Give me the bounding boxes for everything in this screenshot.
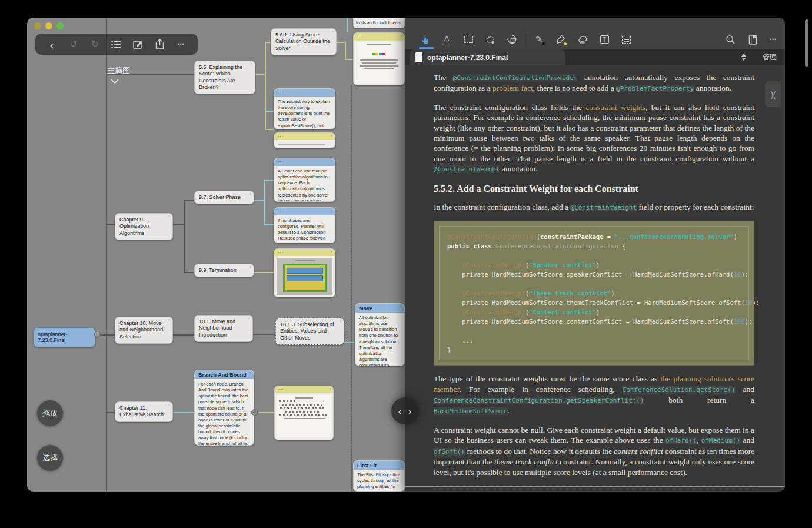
mindmap-node-10-1[interactable]: 10.1. Move and Neighborhood Introduction	[194, 315, 253, 342]
search-icon[interactable]	[723, 33, 738, 46]
more-icon[interactable]: •••	[174, 37, 188, 51]
mindmap-root-node[interactable]: optaplanner-7.23.0.Final	[34, 327, 95, 347]
eraser-tool-icon[interactable]	[575, 33, 590, 46]
mindmap-card-easiest-way[interactable]: The easiest way to explain the score dur…	[274, 88, 335, 129]
text-select-tool-icon[interactable]: A	[439, 33, 454, 46]
doc-paragraph: In the constraint configuration class, a…	[434, 202, 754, 212]
document-tab[interactable]: optaplanner-7.23.0.Final	[410, 49, 565, 65]
highlighter-color-dot	[564, 42, 567, 45]
document-text-column: The @ConstraintConfigurationProvider ann…	[434, 72, 754, 492]
more-icon[interactable]: •••	[766, 33, 781, 46]
connector-line	[184, 272, 194, 273]
mindmap-card-no-phases[interactable]: If no phases are configured, Planner wil…	[274, 207, 335, 243]
drag-drop-button[interactable]: 拖放	[37, 400, 63, 426]
scrollbar-thumb[interactable]	[805, 19, 808, 67]
bookmark-book-icon[interactable]	[745, 33, 760, 46]
outline-list-icon[interactable]	[109, 37, 124, 51]
undo-icon[interactable]: ↺	[66, 37, 81, 51]
doc-paragraph: The @ConstraintConfigurationProvider ann…	[434, 72, 754, 94]
zoom-button[interactable]	[56, 22, 64, 29]
collapse-node-icon[interactable]: −	[251, 409, 258, 416]
expand-arrow-icon[interactable]	[249, 370, 251, 376]
note-frame-tool-icon[interactable]	[618, 33, 634, 46]
expand-arrow-icon[interactable]	[332, 29, 334, 35]
document-toolbar: A ✎ T	[405, 18, 785, 49]
expand-arrow-icon[interactable]	[168, 214, 170, 220]
document-pane: A ✎ T	[405, 18, 785, 492]
expand-arrow-icon[interactable]	[331, 133, 332, 138]
back-icon[interactable]: ‹	[45, 37, 59, 51]
mindmap-card-code-excerpt[interactable]	[274, 132, 335, 148]
expand-arrow-icon[interactable]	[331, 89, 332, 94]
minimize-button[interactable]	[45, 22, 52, 29]
page-number: 160	[434, 490, 754, 492]
expand-arrow-icon[interactable]	[168, 317, 170, 323]
expand-arrow-icon[interactable]	[400, 33, 402, 38]
score-visualization-thumbnail	[355, 42, 402, 84]
connector-line	[254, 272, 274, 273]
mindmap-node-10-1-3[interactable]: 10.1.3. Subselecting of Entities, Values…	[275, 318, 344, 345]
manage-button[interactable]: 管理	[763, 52, 777, 62]
expand-arrow-icon[interactable]	[331, 249, 332, 254]
mindmap-node-9-9[interactable]: 9.9. Termination	[194, 264, 254, 277]
connector-line	[106, 412, 115, 413]
connector-line	[264, 224, 274, 225]
mindmap-card-depth-first-image[interactable]	[274, 386, 334, 440]
connector-line	[106, 224, 115, 225]
connector-line	[184, 200, 194, 201]
expand-arrow-icon[interactable]	[331, 208, 332, 213]
pen-color-dot	[542, 42, 545, 45]
mindmap-node-chapter-9[interactable]: Chapter 9. Optimization Algorithms	[115, 213, 173, 240]
redo-icon[interactable]: ↻	[88, 37, 102, 51]
expand-arrow-icon[interactable]	[340, 318, 341, 324]
mindmap-card-totals[interactable]: totals and/or indictments	[353, 18, 405, 28]
edit-compose-icon[interactable]	[131, 37, 145, 51]
highlighted-code-block[interactable]: @ConstraintConfiguration(constraintPacka…	[434, 221, 754, 366]
expand-arrow-icon[interactable]	[249, 191, 251, 197]
hand-tool-icon[interactable]	[417, 33, 432, 46]
mindmap-node-5-6[interactable]: 5.6. Explaining the Score: Which Constra…	[194, 61, 255, 94]
mindmap-node-chapter-10[interactable]: Chapter 10. Move and Neighborhood Select…	[115, 317, 173, 344]
chevron-down-icon[interactable]	[111, 75, 119, 86]
document-content[interactable]: The @ConstraintConfigurationProvider ann…	[405, 65, 785, 492]
connector-line	[254, 200, 264, 201]
mindmap-card-score-visualization[interactable]	[353, 32, 405, 85]
card-dots-icon	[278, 89, 284, 95]
expand-arrow-icon[interactable]	[331, 158, 332, 164]
mindmap-trunk-line	[106, 18, 107, 492]
mindmap-node-9-7[interactable]: 9.7. Solver Phase	[194, 191, 254, 204]
expand-arrow-icon[interactable]	[249, 264, 251, 270]
doc-paragraph: The constraint configuration class holds…	[434, 102, 754, 175]
connector-line	[184, 200, 185, 273]
collapse-node-icon[interactable]: −	[94, 331, 101, 337]
share-icon[interactable]	[152, 37, 167, 51]
tab-sort-icon[interactable]	[741, 54, 746, 61]
expand-arrow-icon[interactable]	[400, 461, 402, 466]
mindmap-card-move[interactable]: Move All optimization algorithms use Mov…	[355, 303, 405, 366]
pane-split-handle[interactable]: ‹ · ›	[391, 397, 418, 424]
mindmap-card-solver-phases[interactable]: A Solver can use multiple optimization a…	[274, 158, 335, 202]
close-button[interactable]	[34, 22, 41, 29]
expand-arrow-icon[interactable]	[329, 386, 331, 391]
card-dots-icon	[278, 208, 284, 214]
mindmap-node-chapter-11[interactable]: Chapter 11. Exhaustive Search	[115, 401, 173, 422]
shape-recognition-tool-icon[interactable]	[504, 33, 520, 46]
connector-line	[265, 42, 271, 43]
mindmap-card-branch-and-bound[interactable]: Branch And Bound For each node, Branch A…	[194, 370, 254, 446]
select-button[interactable]: 选择	[37, 445, 63, 471]
mindmap-card-first-fit[interactable]: First Fit The First Fit algorithm cycles…	[353, 460, 405, 492]
expand-arrow-icon[interactable]	[168, 402, 170, 408]
rectangle-select-tool-icon[interactable]	[461, 33, 476, 46]
collapse-panel-handle[interactable]: )(	[765, 81, 781, 107]
mindmap-card-termination-image[interactable]	[274, 248, 335, 297]
split-dot-icon: ·	[404, 409, 406, 414]
lasso-select-tool-icon[interactable]	[482, 33, 498, 46]
expand-arrow-icon[interactable]	[251, 61, 252, 67]
expand-arrow-icon[interactable]	[248, 316, 250, 321]
expand-arrow-icon[interactable]	[400, 304, 402, 309]
text-box-tool-icon[interactable]: T	[597, 33, 612, 46]
mindmap-node-5-6-1[interactable]: 5.6.1. Using Score Calculation Outside t…	[271, 28, 337, 55]
document-tab-title: optaplanner-7.23.0.Final	[427, 54, 508, 62]
mindmap-pane[interactable]: ‹ ↺ ↻ ••• 主脑图	[27, 18, 405, 492]
connector-line	[344, 342, 355, 343]
